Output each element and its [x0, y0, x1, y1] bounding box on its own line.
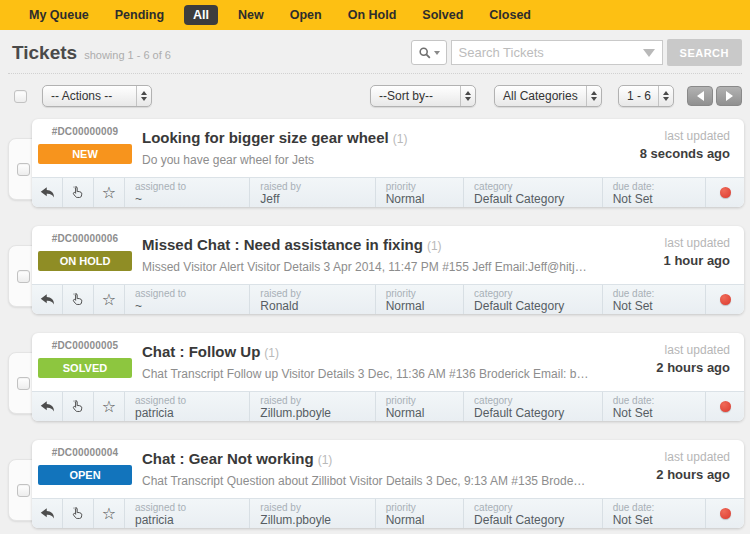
star-button[interactable]: ☆ [94, 392, 125, 421]
ticket-card[interactable]: #DC00000004 OPEN Chat : Gear Not working… [32, 440, 744, 528]
hand-pointer-icon [71, 292, 85, 307]
ticket-snippet: Chat Transcript Follow up Visitor Detail… [142, 367, 589, 381]
overdue-indicator [706, 178, 744, 207]
overdue-indicator [706, 392, 744, 421]
nav-tab-on-hold[interactable]: On Hold [335, 4, 410, 26]
last-updated-value: 2 hours ago [656, 467, 730, 482]
red-dot-icon [720, 187, 731, 198]
search-icon [418, 46, 432, 60]
ticket-checkbox[interactable] [17, 270, 30, 283]
sort-by-select-value: --Sort by-- [371, 89, 460, 103]
search-input[interactable] [459, 45, 643, 60]
star-button[interactable]: ☆ [94, 285, 125, 314]
last-updated: last updated 8 seconds ago [640, 129, 730, 161]
star-button[interactable]: ☆ [94, 178, 125, 207]
ticket-title[interactable]: Missed Chat : Need assistance in fixing(… [142, 236, 589, 253]
ticket-card[interactable]: #DC00000006 ON HOLD Missed Chat : Need a… [32, 226, 744, 314]
hand-pointer-icon [71, 185, 85, 200]
reply-button[interactable] [32, 392, 63, 421]
next-page-button[interactable] [716, 86, 742, 106]
nav-tab-my-queue[interactable]: My Queue [16, 4, 102, 26]
search-scope-button[interactable] [411, 40, 447, 65]
status-badge: SOLVED [38, 358, 132, 378]
field-assigned-to: assigned to ~ [125, 285, 250, 314]
ticket-checkbox[interactable] [17, 163, 30, 176]
nav-tab-open[interactable]: Open [277, 4, 335, 26]
ticket-snippet: Do you have gear wheel for Jets [142, 153, 589, 167]
field-due-date: due date: Not Set [603, 499, 706, 528]
field-raised-by: raised by Zillum.pboyle [250, 499, 375, 528]
reply-button[interactable] [32, 178, 63, 207]
ticket-row[interactable]: #DC00000005 SOLVED Chat : Follow Up(1) C… [8, 333, 744, 421]
page-title: Tickets [12, 42, 77, 64]
pagination [684, 86, 742, 106]
field-category: category Default Category [464, 285, 603, 314]
reply-icon [40, 507, 55, 520]
ticket-main: Chat : Follow Up(1) Chat Transcript Foll… [142, 333, 589, 381]
queue-filter-bar: My Queue Pending All New Open On Hold So… [0, 0, 750, 30]
prev-page-button[interactable] [687, 86, 713, 106]
ticket-main: Missed Chat : Need assistance in fixing(… [142, 226, 589, 274]
field-priority: priority Normal [376, 178, 464, 207]
field-raised-by: raised by Jeff [250, 178, 375, 207]
actions-select[interactable]: -- Actions -- [42, 85, 152, 107]
pickup-button[interactable] [63, 285, 94, 314]
last-updated-label: last updated [664, 236, 730, 250]
nav-tab-pending[interactable]: Pending [102, 4, 177, 26]
ticket-id-column: #DC00000005 SOLVED [38, 340, 132, 378]
select-stepper-icon [460, 86, 475, 106]
ticket-card[interactable]: #DC00000005 SOLVED Chat : Follow Up(1) C… [32, 333, 744, 421]
field-assigned-to: assigned to patricia [125, 392, 250, 421]
search-button[interactable]: SEARCH [667, 39, 742, 66]
ticket-id-column: #DC00000009 NEW [38, 126, 132, 164]
ticket-row[interactable]: #DC00000006 ON HOLD Missed Chat : Need a… [8, 226, 744, 314]
red-dot-icon [720, 294, 731, 305]
field-category: category Default Category [464, 392, 603, 421]
select-stepper-icon [586, 86, 601, 106]
field-due-date: due date: Not Set [603, 392, 706, 421]
page-range-select[interactable]: 1 - 6 [618, 85, 674, 107]
nav-tab-closed[interactable]: Closed [476, 4, 544, 26]
ticket-footer: ☆ assigned to ~ raised by Jeff priority … [32, 177, 744, 207]
ticket-checkbox[interactable] [17, 484, 30, 497]
ticket-title[interactable]: Chat : Follow Up(1) [142, 343, 589, 360]
field-raised-by: raised by Ronald [250, 285, 375, 314]
pickup-button[interactable] [63, 499, 94, 528]
ticket-id: #DC00000004 [38, 447, 132, 458]
ticket-row[interactable]: #DC00000004 OPEN Chat : Gear Not working… [8, 440, 744, 528]
ticket-main: Looking for bigger size gear wheel(1) Do… [142, 119, 589, 167]
status-badge: ON HOLD [38, 251, 132, 271]
ticket-title[interactable]: Chat : Gear Not working(1) [142, 450, 589, 467]
nav-tab-all[interactable]: All [184, 5, 218, 25]
page-header: Tickets showing 1 - 6 of 6 SEARCH [0, 30, 750, 73]
star-button[interactable]: ☆ [94, 499, 125, 528]
sort-by-select[interactable]: --Sort by-- [370, 85, 476, 107]
category-select-value: All Categories [495, 89, 586, 103]
ticket-id: #DC00000005 [38, 340, 132, 351]
select-stepper-icon [658, 86, 673, 106]
reply-button[interactable] [32, 499, 63, 528]
select-stepper-icon [136, 86, 151, 106]
last-updated: last updated 2 hours ago [656, 343, 730, 375]
reply-icon [40, 293, 55, 306]
pickup-button[interactable] [63, 392, 94, 421]
nav-tab-new[interactable]: New [225, 4, 277, 26]
category-select[interactable]: All Categories [494, 85, 602, 107]
last-updated-value: 2 hours ago [656, 360, 730, 375]
select-all-checkbox[interactable] [14, 90, 27, 103]
pickup-button[interactable] [63, 178, 94, 207]
ticket-checkbox[interactable] [17, 377, 30, 390]
chevron-down-icon [434, 51, 440, 55]
nav-tab-solved[interactable]: Solved [409, 4, 476, 26]
ticket-footer: ☆ assigned to patricia raised by Zillum.… [32, 498, 744, 528]
reply-button[interactable] [32, 285, 63, 314]
search-dropdown-caret-icon[interactable] [643, 49, 655, 57]
actions-select-value: -- Actions -- [43, 89, 136, 103]
ticket-row[interactable]: #DC00000009 NEW Looking for bigger size … [8, 119, 744, 207]
overdue-indicator [706, 285, 744, 314]
thread-count: (1) [427, 239, 442, 253]
ticket-title[interactable]: Looking for bigger size gear wheel(1) [142, 129, 589, 146]
ticket-card[interactable]: #DC00000009 NEW Looking for bigger size … [32, 119, 744, 207]
thread-count: (1) [393, 132, 408, 146]
ticket-footer: ☆ assigned to patricia raised by Zillum.… [32, 391, 744, 421]
